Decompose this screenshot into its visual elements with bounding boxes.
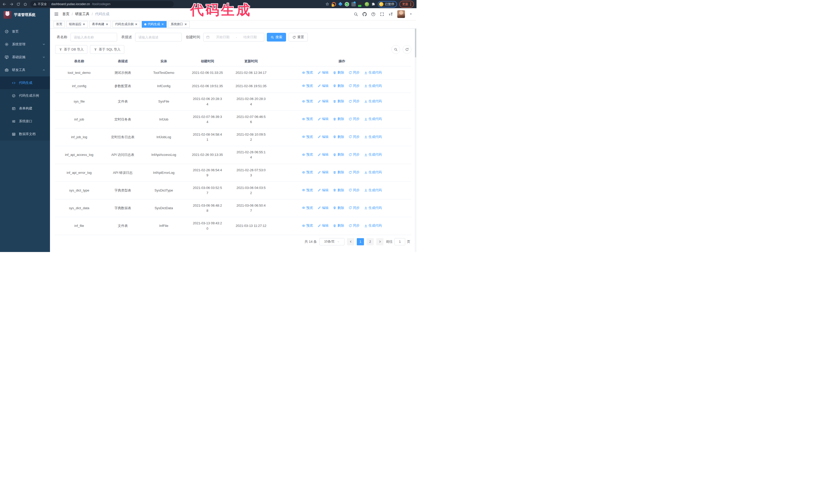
preview-link[interactable]: 预览 [302,205,313,211]
browser-forward-icon[interactable] [9,2,13,6]
edit-link[interactable]: 编辑 [317,70,329,75]
sync-link[interactable]: 同步 [349,170,360,175]
sync-link[interactable]: 同步 [349,83,360,89]
browser-scrollbar[interactable] [415,8,416,252]
tab-close-icon[interactable] [161,23,164,26]
preview-link[interactable]: 预览 [302,99,313,104]
breadcrumb-home[interactable]: 首页 [62,12,69,17]
delete-link[interactable]: 删除 [333,83,344,89]
browser-menu-icon[interactable] [410,3,411,6]
import-sql-button[interactable]: 基于 SQL 导入 [90,45,124,54]
page-tab[interactable]: 系统接口 [168,21,190,28]
tab-close-icon[interactable] [82,23,85,26]
preview-link[interactable]: 预览 [302,188,313,193]
edit-link[interactable]: 编辑 [317,134,329,140]
generate-code-link[interactable]: 生成代码 [364,99,382,104]
preview-link[interactable]: 预览 [302,83,313,89]
search-icon[interactable] [354,12,358,17]
user-avatar[interactable] [397,10,405,18]
generate-code-link[interactable]: 生成代码 [364,83,382,89]
sidebar-item-devtools[interactable]: 研发工具 [0,64,50,76]
generate-code-link[interactable]: 生成代码 [364,152,382,157]
page-tab[interactable]: 表单构建 [90,21,111,28]
extensions-puzzle-icon[interactable] [372,2,376,6]
delete-link[interactable]: 删除 [333,116,344,121]
sidebar-item-system[interactable]: 系统管理 [0,38,50,51]
sidebar-item-form-builder[interactable]: 表单构建 [0,102,50,115]
sidebar-item-system-api[interactable]: 系统接口 [0,115,50,128]
delete-link[interactable]: 删除 [333,99,344,104]
table-desc-input[interactable] [135,33,182,42]
preview-link[interactable]: 预览 [302,70,313,75]
generate-code-link[interactable]: 生成代码 [364,223,382,228]
profile-paused-badge[interactable]: 已暂停 [378,1,397,7]
github-icon[interactable] [362,12,367,17]
extension-orange-icon[interactable] [332,2,336,6]
sync-link[interactable]: 同步 [349,134,360,140]
browser-back-icon[interactable] [3,2,6,6]
sidebar-item-codegen-example[interactable]: 代码生成示例 [0,89,50,102]
generate-code-link[interactable]: 生成代码 [364,116,382,121]
date-range-picker[interactable]: 开始日期 - 结束日期 [203,33,264,42]
tab-close-icon[interactable] [135,23,138,26]
date-start-placeholder[interactable]: 开始日期 [211,35,234,40]
generate-code-link[interactable]: 生成代码 [364,70,382,75]
generate-code-link[interactable]: 生成代码 [364,205,382,211]
preview-link[interactable]: 预览 [302,223,313,228]
date-end-placeholder[interactable]: 结束日期 [239,35,261,40]
edit-link[interactable]: 编辑 [317,170,329,175]
browser-update-button[interactable]: 更新 [399,1,414,8]
address-bar[interactable]: 不安全 dashboard.yudao.iocoder.cn/tool/code… [30,1,174,7]
delete-link[interactable]: 删除 [333,188,344,193]
sidebar-item-home[interactable]: 首页 [0,25,50,38]
help-icon[interactable] [371,12,376,17]
extension-gem-icon[interactable] [338,2,343,6]
import-db-button[interactable]: 基于 DB 导入 [55,45,88,54]
browser-home-icon[interactable] [23,2,27,6]
font-size-icon[interactable] [388,12,393,17]
sidebar-item-db-docs[interactable]: 数据库文档 [0,128,50,141]
toggle-search-button[interactable] [391,45,400,54]
page-tab[interactable]: 链路追踪 [66,21,88,28]
preview-link[interactable]: 预览 [302,116,313,121]
extension-on-icon[interactable] [358,2,362,6]
sidebar-item-infra[interactable]: 基础设施 [0,51,50,64]
search-button[interactable]: 搜索 [267,33,286,42]
sync-link[interactable]: 同步 [349,188,360,193]
delete-link[interactable]: 删除 [333,205,344,211]
avatar-caret-down-icon[interactable] [409,13,412,16]
table-name-input[interactable] [70,33,117,42]
sync-link[interactable]: 同步 [349,116,360,121]
preview-link[interactable]: 预览 [302,170,313,175]
generate-code-link[interactable]: 生成代码 [364,188,382,193]
goto-page-input[interactable] [395,238,405,245]
sidebar-item-codegen[interactable]: 代码生成 [0,76,50,89]
page-number-button[interactable]: 2 [366,238,374,245]
sync-link[interactable]: 同步 [349,205,360,211]
refresh-table-button[interactable] [403,45,411,54]
breadcrumb-devtools[interactable]: 研发工具 [75,12,90,17]
edit-link[interactable]: 编辑 [317,83,329,89]
delete-link[interactable]: 删除 [333,70,344,75]
next-page-button[interactable] [376,238,383,245]
fullscreen-icon[interactable] [380,12,384,17]
sync-link[interactable]: 同步 [349,70,360,75]
preview-link[interactable]: 预览 [302,134,313,140]
app-logo-row[interactable]: 芋道管理系统 [0,8,50,22]
edit-link[interactable]: 编辑 [317,205,329,211]
delete-link[interactable]: 删除 [333,223,344,228]
sync-link[interactable]: 同步 [349,152,360,157]
generate-code-link[interactable]: 生成代码 [364,134,382,140]
delete-link[interactable]: 删除 [333,152,344,157]
tab-close-icon[interactable] [184,23,187,26]
page-size-select[interactable]: 10条/页 [319,238,344,245]
edit-link[interactable]: 编辑 [317,188,329,193]
edit-link[interactable]: 编辑 [317,99,329,104]
browser-refresh-icon[interactable] [17,2,20,6]
sidebar-fold-icon[interactable] [54,12,59,17]
edit-link[interactable]: 编辑 [317,223,329,228]
extension-green-check-icon[interactable] [345,2,349,6]
reset-button[interactable]: 重置 [289,33,308,42]
delete-link[interactable]: 删除 [333,170,344,175]
page-number-button[interactable]: 1 [357,238,364,245]
